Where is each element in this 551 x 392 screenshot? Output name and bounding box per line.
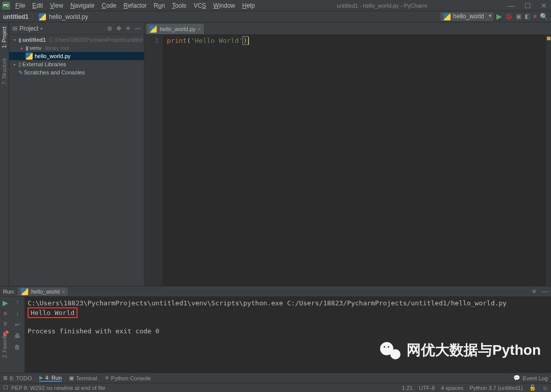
menu-help[interactable]: Help xyxy=(239,1,258,10)
tree-venv[interactable]: ▸ ▮ venv library root xyxy=(9,44,144,52)
hide-panel-icon[interactable]: — xyxy=(135,25,141,32)
run-hide-icon[interactable]: — xyxy=(542,288,548,295)
favorites-tool-strip: 2: Favorites xyxy=(0,317,9,373)
up-icon[interactable]: ↑ xyxy=(16,299,19,306)
close-tab-icon[interactable]: × xyxy=(197,26,201,32)
project-panel: ▤ Project ▾ ⊕ ✥ ✳ — ▾ ▮ untitled1 C:\Use… xyxy=(9,22,144,286)
python-icon xyxy=(21,288,28,295)
locate-icon[interactable]: ⊕ xyxy=(107,25,112,32)
navigation-bar: untitled1 〉 hello_world.py hello_world ▶… xyxy=(0,11,551,22)
tree-root[interactable]: ▾ ▮ untitled1 C:\Users\18823\PycharmProj… xyxy=(9,36,144,44)
menu-view[interactable]: View xyxy=(47,1,66,10)
tab-structure-vertical[interactable]: 7: Structure xyxy=(2,58,7,85)
hector-icon[interactable]: ☺ xyxy=(542,385,548,391)
tab-project-vertical[interactable]: 1: Project xyxy=(2,27,7,48)
tree-root-name: untitled1 xyxy=(22,37,46,43)
expand-arrow-icon[interactable]: ▸ xyxy=(12,62,17,67)
tree-venv-name: venv xyxy=(30,45,41,51)
tab-terminal[interactable]: ▣Terminal xyxy=(69,375,97,382)
indent-setting[interactable]: 4 spaces xyxy=(441,385,463,391)
stop-button[interactable]: ■ xyxy=(533,13,537,20)
run-settings-icon[interactable]: ✳ xyxy=(532,288,537,295)
file-encoding[interactable]: UTF-8 xyxy=(419,385,435,391)
code-paren-close: ) xyxy=(242,36,248,45)
minimize-button[interactable]: — xyxy=(506,2,516,10)
menu-file[interactable]: File xyxy=(12,1,28,10)
settings-icon[interactable]: ✳ xyxy=(126,25,131,32)
tree-scratches[interactable]: ▸ ✎ Scratches and Consoles xyxy=(9,68,144,76)
code-editor[interactable]: 1 print('Hello World') xyxy=(144,35,551,286)
run-config-dropdown[interactable]: hello_world xyxy=(440,12,493,21)
menu-edit[interactable]: Edit xyxy=(29,1,46,10)
menu-bar: File Edit View Navigate Code Refactor Ru… xyxy=(12,1,258,10)
tab-python-console[interactable]: ✳Python Console xyxy=(105,375,151,382)
menu-refactor[interactable]: Refactor xyxy=(120,1,149,10)
menu-navigate[interactable]: Navigate xyxy=(67,1,97,10)
title-bar: PC File Edit View Navigate Code Refactor… xyxy=(0,0,551,11)
tab-todo[interactable]: ≣6: TODO xyxy=(3,375,32,382)
project-panel-title: Project xyxy=(19,25,38,32)
menu-run[interactable]: Run xyxy=(151,1,168,10)
run-label: Run: xyxy=(3,289,15,295)
tree-ext-libs-label: External Libraries xyxy=(22,61,66,67)
terminal-icon: ▣ xyxy=(69,375,74,381)
run-tab[interactable]: hello_world × xyxy=(18,288,68,296)
tab-todo-label: 6: TODO xyxy=(10,375,32,381)
expand-all-icon[interactable]: ✥ xyxy=(116,25,121,32)
menu-code[interactable]: Code xyxy=(98,1,119,10)
right-gutter xyxy=(546,35,551,286)
menu-vcs[interactable]: VCS xyxy=(190,1,209,10)
tree-file-selected[interactable]: hello_world.py xyxy=(9,52,144,60)
tree-external-libraries[interactable]: ▸ ▯ External Libraries xyxy=(9,60,144,68)
run-button[interactable]: ▶ xyxy=(496,12,502,20)
profiler-button[interactable]: ◧ xyxy=(524,13,530,20)
menu-tools[interactable]: Tools xyxy=(169,1,189,10)
python-icon xyxy=(443,13,450,20)
library-icon: ▯ xyxy=(18,61,21,68)
code-area[interactable]: print('Hello World') xyxy=(163,35,546,286)
tab-run[interactable]: ▶4: Run xyxy=(39,375,62,382)
python-interpreter[interactable]: Python 3.7 (untitled1) xyxy=(469,385,523,391)
clear-icon[interactable]: 🗑 xyxy=(14,344,20,351)
run-coverage-button[interactable]: ▣ xyxy=(516,13,521,20)
bottom-tool-tabs: ≣6: TODO ▶4: Run ▣Terminal ✳Python Conso… xyxy=(0,373,551,383)
expand-arrow-icon[interactable]: ▸ xyxy=(19,46,24,50)
tab-favorites-vertical[interactable]: 2: Favorites xyxy=(2,331,8,358)
close-button[interactable]: ✕ xyxy=(539,2,549,10)
run-tab-label: hello_world xyxy=(31,289,60,295)
debug-button[interactable]: 🐞 xyxy=(505,13,513,20)
down-icon[interactable]: ↓ xyxy=(16,310,19,317)
code-paren-open: ( xyxy=(187,37,191,44)
expand-arrow-icon[interactable]: ▾ xyxy=(12,38,17,42)
run-tool-window: Run: hello_world × ✳ — ▶ ■ ≡ 📌 ↑ ↓ xyxy=(0,286,551,373)
close-run-tab-icon[interactable]: × xyxy=(62,289,65,295)
readonly-lock-icon[interactable]: 🔓 xyxy=(529,384,536,391)
todo-icon: ≣ xyxy=(3,375,8,381)
print-icon[interactable]: 🖶 xyxy=(14,332,20,339)
console-output: Hello World xyxy=(31,309,74,317)
project-view-dropdown-icon[interactable]: ▾ xyxy=(40,26,43,31)
editor-tab[interactable]: hello_world.py × xyxy=(146,23,205,34)
soft-wrap-icon[interactable]: ↩ xyxy=(15,321,20,328)
python-file-icon xyxy=(26,53,33,60)
warning-stripe-icon[interactable] xyxy=(547,37,550,40)
console-cmd: C:\Users\18823\PycharmProjects\untitled1… xyxy=(28,299,551,307)
line-gutter: 1 xyxy=(144,35,163,286)
breadcrumb-project[interactable]: untitled1 xyxy=(3,13,29,20)
rerun-button[interactable]: ▶ xyxy=(3,299,8,307)
left-tool-strip: 1: Project 7: Structure xyxy=(0,22,9,286)
menu-window[interactable]: Window xyxy=(210,1,238,10)
event-log-button[interactable]: 💬 Event Log xyxy=(513,375,548,381)
status-icon[interactable]: ☐ xyxy=(3,384,8,391)
breadcrumb-file[interactable]: hello_world.py xyxy=(49,13,88,20)
search-everywhere-button[interactable]: 🔍 xyxy=(540,13,548,20)
breadcrumb: untitled1 〉 hello_world.py xyxy=(3,12,88,21)
maximize-button[interactable]: ☐ xyxy=(522,2,533,10)
run-console[interactable]: C:\Users\18823\PycharmProjects\untitled1… xyxy=(24,297,551,373)
status-bar: ☐ PEP 8: W292 no newline at end of file … xyxy=(0,383,551,392)
code-string: 'Hello World' xyxy=(191,37,243,44)
tree-root-path: C:\Users\18823\PycharmProjects\untitled xyxy=(49,37,143,43)
stop-run-button[interactable]: ■ xyxy=(3,310,7,317)
line-number: 1 xyxy=(144,36,159,45)
caret-position[interactable]: 1:21 xyxy=(402,385,413,391)
